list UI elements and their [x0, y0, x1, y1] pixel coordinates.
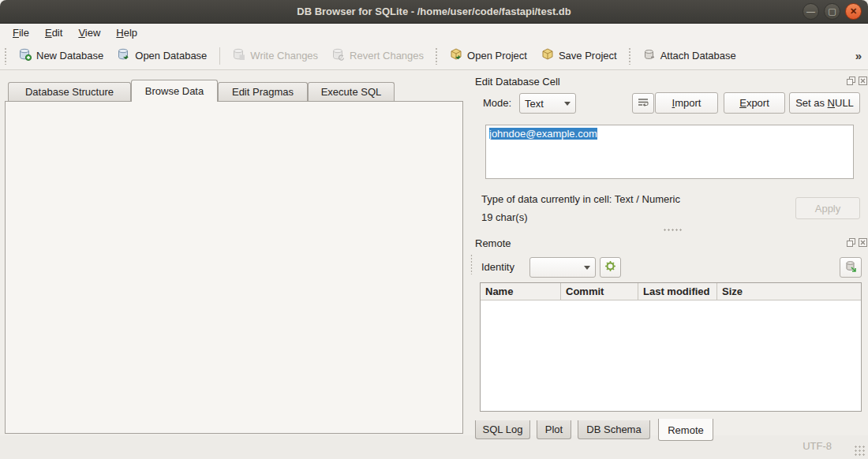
apply-button: Apply [795, 197, 860, 219]
mode-select[interactable]: Text [519, 93, 576, 114]
tab-sql-log[interactable]: SQL Log [475, 420, 530, 439]
remote-column-name[interactable]: Name [481, 283, 561, 300]
new-database-button[interactable]: New Database [12, 45, 110, 66]
export-button[interactable]: Export [724, 92, 785, 114]
toolbar-overflow-chevron[interactable]: » [855, 49, 862, 62]
identity-settings-button[interactable] [600, 257, 621, 278]
tab-plot[interactable]: Plot [537, 420, 571, 439]
menu-view[interactable]: View [70, 24, 108, 42]
toolbar-separator [219, 47, 220, 65]
remote-dock-title: Remote [475, 237, 511, 249]
open-database-label: Open Database [135, 50, 207, 62]
menu-edit[interactable]: Edit [37, 24, 70, 42]
dock-close-button[interactable] [858, 237, 868, 248]
close-icon [859, 76, 867, 85]
minimize-button[interactable]: — [803, 3, 819, 20]
identity-select[interactable] [529, 257, 596, 278]
write-changes-button: Write Changes [226, 45, 325, 66]
attach-database-icon [643, 48, 656, 63]
set-as-null-button[interactable]: Set as NULL [789, 92, 860, 114]
mode-label: Mode: [483, 93, 511, 114]
remote-table-header: Name Commit Last modified Size [481, 283, 861, 300]
dock-float-button[interactable] [846, 237, 856, 248]
word-wrap-button[interactable] [632, 93, 654, 114]
mode-select-value: Text [525, 98, 544, 110]
open-database-button[interactable]: Open Database [110, 45, 214, 66]
chevron-down-icon [584, 266, 590, 270]
float-icon [847, 76, 855, 85]
open-project-icon [450, 48, 462, 63]
app-window: DB Browser for SQLite - /home/user/code/… [0, 0, 868, 459]
cell-char-count: 19 char(s) [481, 211, 528, 223]
revert-changes-icon [332, 48, 345, 63]
revert-changes-button: Revert Changes [325, 45, 431, 66]
dock-splitter-handle[interactable] [663, 228, 683, 232]
cell-type-info: Type of data currently in cell: Text / N… [481, 193, 680, 205]
attach-database-button[interactable]: Attach Database [636, 45, 743, 66]
attach-database-label: Attach Database [660, 50, 736, 62]
tab-execute-sql[interactable]: Execute SQL [308, 82, 395, 101]
toolbar-drag-handle[interactable] [4, 47, 8, 65]
close-icon [859, 238, 867, 247]
open-database-icon [118, 48, 130, 63]
tab-db-schema[interactable]: DB Schema [578, 420, 650, 439]
edit-cell-dock-title: Edit Database Cell [475, 76, 560, 88]
cell-editor[interactable]: johndoe@example.com [485, 125, 854, 179]
remote-column-commit[interactable]: Commit [561, 283, 638, 300]
remote-clone-button[interactable] [840, 257, 862, 278]
revert-changes-label: Revert Changes [350, 50, 424, 62]
identity-label: Identity [481, 257, 514, 278]
open-project-label: Open Project [467, 50, 527, 62]
toolbar-drag-handle[interactable] [435, 47, 439, 65]
open-project-button[interactable]: Open Project [443, 45, 534, 66]
import-button[interactable]: Import [655, 92, 718, 114]
chevron-down-icon [564, 102, 571, 106]
tab-remote[interactable]: Remote [658, 419, 713, 441]
menu-help[interactable]: Help [108, 24, 145, 42]
titlebar[interactable]: DB Browser for SQLite - /home/user/code/… [0, 0, 868, 24]
menu-file[interactable]: File [5, 24, 37, 42]
remote-column-last-modified[interactable]: Last modified [638, 283, 717, 300]
save-project-button[interactable]: Save Project [534, 45, 624, 66]
window-title: DB Browser for SQLite - /home/user/code/… [0, 0, 868, 23]
menubar: File Edit View Help [0, 24, 868, 42]
save-project-icon [541, 48, 554, 63]
remote-files-table[interactable]: Name Commit Last modified Size [480, 282, 862, 412]
new-database-label: New Database [36, 50, 103, 62]
word-wrap-icon [638, 98, 649, 110]
close-button[interactable]: ✕ [845, 3, 862, 20]
float-icon [847, 238, 855, 247]
browse-data-panel [5, 101, 463, 434]
cell-editor-text: johndoe@example.com [489, 128, 597, 140]
tab-browse-data[interactable]: Browse Data [131, 80, 218, 102]
write-changes-icon [233, 48, 245, 63]
remote-column-size[interactable]: Size [717, 283, 861, 300]
new-database-icon [19, 48, 32, 63]
dock-float-button[interactable] [846, 76, 856, 86]
encoding-label[interactable]: UTF-8 [803, 440, 832, 452]
clone-database-icon [844, 260, 857, 275]
dock-splitter-handle[interactable] [470, 254, 473, 274]
tab-edit-pragmas[interactable]: Edit Pragmas [218, 82, 308, 101]
maximize-button[interactable]: ▢ [824, 3, 840, 20]
toolbar-drag-handle[interactable] [628, 47, 632, 65]
save-project-label: Save Project [559, 50, 617, 62]
resize-grip[interactable] [854, 445, 865, 456]
statusbar: UTF-8 [0, 435, 868, 459]
tab-database-structure[interactable]: Database Structure [8, 82, 131, 101]
window-controls: — ▢ ✕ [803, 3, 862, 20]
write-changes-label: Write Changes [250, 50, 318, 62]
toolbar: New Database Open Database Write Changes… [0, 42, 868, 70]
gear-icon [604, 260, 616, 274]
dock-close-button[interactable] [858, 76, 868, 86]
